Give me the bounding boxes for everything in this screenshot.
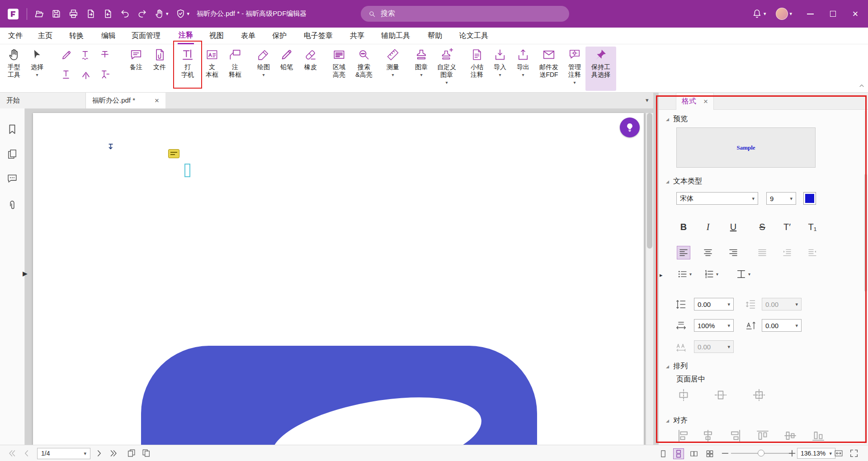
indent-left-button[interactable] <box>780 246 794 259</box>
page-number-select[interactable]: 1/4▾ <box>37 448 90 459</box>
import-file-button[interactable] <box>103 9 113 19</box>
zoom-level-select[interactable]: 136.13%▾ <box>797 448 835 459</box>
pdf-page[interactable] <box>33 113 644 445</box>
vertical-scrollbar[interactable] <box>646 113 653 445</box>
menu-tab-share[interactable]: 共享 <box>349 28 365 44</box>
align-right-button[interactable] <box>726 246 740 259</box>
style-underline-button[interactable]: U <box>726 220 741 234</box>
obj-align-hcenter-button[interactable] <box>701 428 715 443</box>
next-page-button[interactable] <box>94 448 104 458</box>
global-search-box[interactable]: 搜索 <box>361 6 569 22</box>
ribbon-collapse-icon[interactable] <box>858 82 865 89</box>
align-left-button[interactable] <box>677 246 690 259</box>
align-justify-button[interactable] <box>755 246 769 259</box>
menu-tab-home[interactable]: 主页 <box>37 28 53 44</box>
menu-tab-organize[interactable]: 页面管理 <box>131 28 161 44</box>
obj-align-bottom-button[interactable] <box>811 428 826 443</box>
underline-text-button[interactable] <box>60 68 73 81</box>
fit-width-button[interactable] <box>834 448 844 458</box>
font-size-select[interactable]: 9▾ <box>766 192 796 205</box>
tab-close-icon[interactable]: × <box>155 96 159 105</box>
import-comments-button[interactable]: 导入▾ <box>488 47 512 91</box>
save-button[interactable] <box>51 9 61 19</box>
indent-right-button[interactable] <box>806 246 819 259</box>
squiggly-underline-button[interactable] <box>79 48 93 62</box>
char-spacing-select[interactable]: 0.00▾ <box>694 340 734 353</box>
sidebar-comments-button[interactable] <box>5 171 19 186</box>
minimize-button[interactable] <box>806 9 815 19</box>
line-spacing-select[interactable]: 0.00▾ <box>694 298 734 310</box>
style-superscript-button[interactable]: T′ <box>779 220 795 234</box>
doc-tab-document[interactable]: 福昕办公.pdf *× <box>86 93 165 108</box>
first-page-button[interactable] <box>7 448 17 458</box>
obj-align-right-button[interactable] <box>728 428 742 443</box>
style-subscript-button[interactable]: T₁ <box>805 220 820 234</box>
menu-tab-esign[interactable]: 电子签章 <box>303 28 334 44</box>
align-section-header[interactable]: ◢对齐 <box>666 416 688 425</box>
next-view-button[interactable] <box>141 448 151 458</box>
sidebar-expand-handle[interactable]: ▶ <box>23 270 28 277</box>
style-italic-button[interactable]: I <box>700 220 716 234</box>
continuous-view-button[interactable] <box>673 448 684 459</box>
center-h-button[interactable] <box>676 388 691 402</box>
assistant-button[interactable] <box>620 118 640 137</box>
previous-view-button[interactable] <box>127 448 137 458</box>
zoom-out-button[interactable] <box>720 448 730 458</box>
caret-down-icon[interactable]: ▾ <box>166 11 169 16</box>
file-annotation-button[interactable]: 文件 <box>147 47 172 91</box>
hand-mode-button[interactable]: ▾ <box>154 9 169 19</box>
maximize-button[interactable] <box>828 9 837 19</box>
search-highlight-button[interactable]: 搜索 &高亮 <box>350 47 378 91</box>
obj-align-vcenter-button[interactable] <box>783 428 797 443</box>
app-logo-icon[interactable] <box>6 7 20 21</box>
note-annotation[interactable] <box>168 149 179 158</box>
replace-text-button[interactable] <box>99 68 112 81</box>
obj-align-top-button[interactable] <box>755 428 770 443</box>
pencil-tool-button[interactable]: 铅笔 <box>274 47 299 91</box>
scrollbar-thumb[interactable] <box>647 113 652 249</box>
summary-comments-button[interactable]: 小结 注释 <box>465 47 489 91</box>
grid-view-button[interactable] <box>704 448 715 459</box>
menu-tab-view[interactable]: 视图 <box>208 28 225 44</box>
menu-tab-edit[interactable]: 编辑 <box>100 28 117 44</box>
menu-tab-comment[interactable]: 注释 <box>178 28 194 44</box>
panel-close-icon[interactable]: × <box>703 97 708 106</box>
email-fdf-button[interactable]: 邮件发 送FDF <box>535 47 563 91</box>
protection-button[interactable]: ▾ <box>175 9 190 19</box>
text-type-section-header[interactable]: ◢文本类型 <box>666 177 702 186</box>
obj-align-left-button[interactable] <box>676 428 691 443</box>
select-tool-button[interactable]: 选择▾ <box>26 47 48 91</box>
measure-button[interactable]: 测量▾ <box>381 47 405 91</box>
note-button[interactable]: 备注 <box>124 47 148 91</box>
highlight-button[interactable] <box>60 48 73 62</box>
close-button[interactable]: × <box>851 9 860 19</box>
drawing-button[interactable]: 绘图▾ <box>251 47 276 91</box>
zoom-slider-handle[interactable] <box>758 450 764 456</box>
hand-tool-button[interactable]: 手型 工具 <box>2 47 26 91</box>
number-list-button[interactable]: ▾ <box>703 268 718 280</box>
typewriter-button[interactable]: 打 字机 <box>175 47 200 91</box>
keep-tool-selected-button[interactable]: 保持工 具选择 <box>585 47 616 91</box>
fullscreen-button[interactable] <box>849 448 859 458</box>
custom-stamp-button[interactable]: 自定义 图章▾ <box>432 47 462 91</box>
manage-comments-button[interactable]: 管理 注释▾ <box>562 47 587 91</box>
panel-scrollbar-thumb[interactable] <box>864 174 867 292</box>
text-tool-button[interactable]: ▾ <box>736 268 750 280</box>
panel-scrollbar[interactable] <box>864 111 868 444</box>
account-button[interactable]: ▾ <box>776 8 792 20</box>
single-page-view-button[interactable] <box>658 448 669 459</box>
menu-tab-form[interactable]: 表单 <box>240 28 256 44</box>
caret-down-icon[interactable]: ▾ <box>187 11 190 16</box>
paragraph-spacing-select[interactable]: 0.00▾ <box>762 298 802 310</box>
doc-tab-start[interactable]: 开始 <box>0 93 86 108</box>
menu-tab-file[interactable]: 文件 <box>7 28 24 44</box>
export-comments-button[interactable]: 导出▾ <box>511 47 535 91</box>
previous-page-button[interactable] <box>22 448 32 458</box>
export-file-button[interactable] <box>85 9 96 19</box>
baseline-offset-select[interactable]: 0.00▾ <box>762 319 802 332</box>
menu-tab-help[interactable]: 帮助 <box>427 28 443 44</box>
open-button[interactable] <box>34 9 44 19</box>
menu-tab-thesis[interactable]: 论文工具 <box>458 28 489 44</box>
strikeout-button[interactable] <box>99 48 112 62</box>
font-family-select[interactable]: 宋体▾ <box>676 192 758 205</box>
